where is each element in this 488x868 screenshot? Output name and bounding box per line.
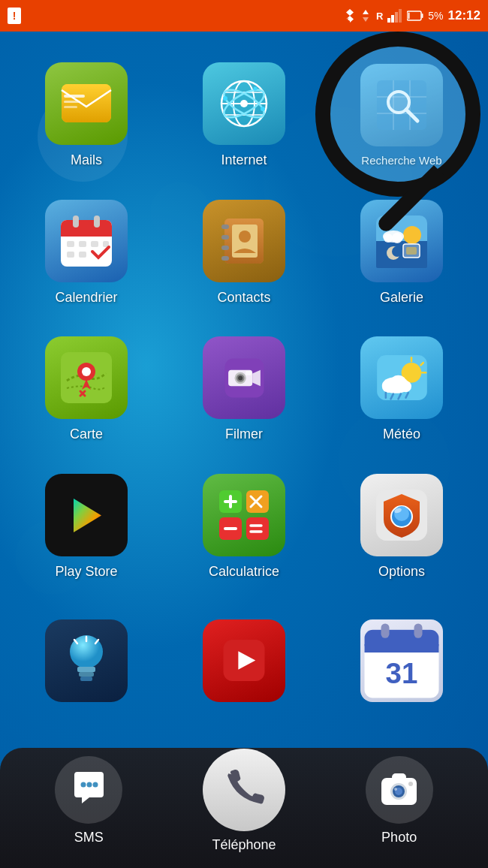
carte-icon (45, 336, 128, 419)
svg-rect-33 (61, 231, 112, 237)
app-calculatrice[interactable]: Calculatrice (165, 458, 323, 595)
svg-rect-1 (391, 15, 394, 23)
app-youtube[interactable] (165, 595, 323, 733)
svg-rect-112 (414, 623, 423, 637)
dock-sms[interactable]: SMS (55, 756, 122, 845)
svg-rect-109 (365, 644, 439, 653)
svg-point-53 (392, 246, 402, 257)
svg-rect-36 (67, 241, 74, 247)
calendrier-icon (45, 200, 128, 282)
svg-rect-37 (79, 241, 86, 247)
photo-label: Photo (381, 830, 417, 845)
youtube-icon (203, 619, 285, 702)
bottom-dock: SMS Téléphone (0, 748, 488, 868)
svg-rect-45 (221, 225, 229, 229)
svg-point-115 (92, 782, 98, 788)
status-bar: ! R 5% 12:12 (0, 0, 488, 32)
options-label: Options (378, 564, 425, 580)
playstore-icon (45, 474, 128, 556)
svg-rect-6 (408, 13, 410, 20)
internet-label: Internet (221, 152, 267, 168)
svg-rect-58 (406, 247, 417, 255)
svg-text:31: 31 (386, 657, 418, 689)
svg-point-51 (403, 226, 421, 244)
sms-icon (55, 756, 122, 824)
app-idea[interactable] (8, 595, 165, 733)
svg-point-61 (82, 367, 91, 376)
svg-point-96 (394, 506, 409, 521)
svg-point-78 (400, 381, 411, 393)
svg-rect-111 (381, 623, 390, 637)
svg-point-68 (238, 375, 242, 380)
playstore-label: Play Store (55, 564, 117, 580)
svg-rect-47 (221, 246, 229, 250)
mails-label: Mails (71, 152, 102, 168)
svg-point-55 (384, 234, 393, 243)
svg-point-114 (86, 782, 92, 788)
calendrier-label: Calendrier (55, 290, 117, 306)
app-internet[interactable]: Internet (165, 47, 323, 184)
galerie-label: Galerie (380, 290, 423, 306)
svg-point-113 (80, 782, 86, 788)
battery-icon (407, 11, 423, 21)
internet-icon (203, 62, 285, 145)
telephone-label: Téléphone (212, 837, 276, 853)
svg-rect-2 (395, 12, 398, 23)
app-grid: Mails Internet (0, 32, 488, 748)
svg-rect-117 (392, 773, 406, 781)
dock-photo[interactable]: Photo (366, 756, 433, 845)
svg-rect-41 (79, 252, 86, 258)
svg-rect-34 (73, 215, 79, 228)
app-mails[interactable]: Mails (8, 47, 165, 184)
roaming-indicator: R (376, 11, 383, 22)
svg-point-23 (254, 86, 258, 90)
dock-telephone[interactable]: Téléphone (203, 749, 285, 853)
app-calendar31[interactable]: 31 (323, 595, 480, 733)
app-contacts[interactable]: Contacts (165, 184, 323, 321)
svg-rect-0 (387, 18, 390, 23)
svg-rect-11 (64, 106, 77, 108)
svg-rect-38 (91, 241, 98, 247)
time-display: 12:12 (448, 8, 480, 23)
svg-rect-8 (62, 84, 111, 122)
status-left: ! (8, 8, 21, 24)
contacts-label: Contacts (217, 290, 270, 306)
svg-rect-3 (399, 9, 402, 23)
app-calendrier[interactable]: Calendrier (8, 184, 165, 321)
telephone-icon (203, 749, 285, 831)
photo-icon (366, 756, 433, 824)
recherche-label: Recherche Web (361, 154, 441, 167)
svg-point-21 (223, 96, 227, 101)
data-icon (360, 9, 372, 23)
calculatrice-label: Calculatrice (209, 564, 279, 580)
signal-icon (387, 9, 402, 23)
meteo-icon (360, 336, 443, 419)
svg-point-20 (240, 100, 248, 107)
svg-point-122 (408, 782, 413, 786)
calculatrice-icon (203, 474, 285, 556)
app-options[interactable]: Options (323, 458, 480, 595)
app-meteo[interactable]: Météo (323, 321, 480, 459)
notification-icon: ! (8, 8, 21, 24)
svg-rect-103 (79, 672, 94, 677)
calendar31-icon: 31 (360, 619, 443, 702)
svg-point-22 (261, 107, 265, 111)
recherche-icon (360, 64, 443, 146)
svg-rect-5 (422, 14, 423, 18)
svg-rect-104 (80, 677, 92, 681)
meteo-label: Météo (383, 426, 420, 442)
app-recherche[interactable]: Recherche Web (323, 47, 480, 184)
svg-point-56 (392, 233, 402, 243)
filmer-label: Filmer (225, 426, 263, 442)
svg-rect-10 (64, 101, 80, 103)
contacts-icon (203, 200, 285, 282)
app-carte[interactable]: Carte (8, 321, 165, 459)
svg-point-49 (239, 231, 251, 243)
app-filmer[interactable]: Filmer (165, 321, 323, 459)
svg-rect-35 (94, 215, 100, 228)
svg-rect-40 (67, 252, 74, 258)
svg-rect-86 (246, 517, 269, 540)
app-galerie[interactable]: Galerie (323, 184, 480, 321)
app-playstore[interactable]: Play Store (8, 458, 165, 595)
mails-icon (45, 62, 128, 145)
